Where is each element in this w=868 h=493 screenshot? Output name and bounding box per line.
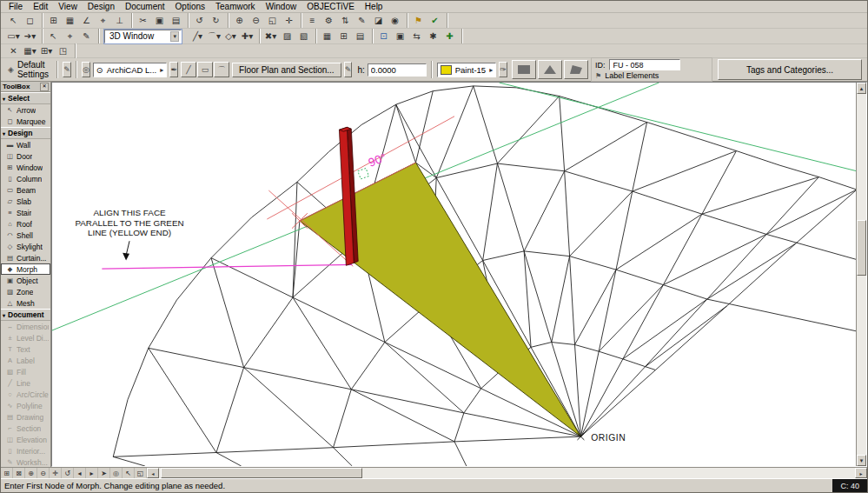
surface-selector[interactable]: Paint-15 ▸ <box>437 63 496 77</box>
shape-tool-icon[interactable]: ◇▾ <box>222 29 239 43</box>
scroll-left-icon[interactable]: ◂ <box>147 468 159 478</box>
height-input[interactable] <box>368 63 427 77</box>
tool-item[interactable]: ⌐Section <box>1 423 50 434</box>
edit-icon[interactable]: ✎ <box>78 29 95 43</box>
tool-item[interactable]: ◫Door <box>1 150 50 162</box>
tool-item[interactable]: ◻Marquee <box>1 116 50 127</box>
next-zoom-icon[interactable]: ▸ <box>86 468 98 478</box>
toolbox-section-select[interactable]: ▾Select <box>1 92 50 104</box>
geometry-line-button[interactable]: ╱ <box>181 62 196 77</box>
tool-item[interactable]: ↖Arrow <box>1 104 50 116</box>
floor-plan-display-button[interactable]: Floor Plan and Section... <box>232 63 341 77</box>
menu-item[interactable]: OBJECTiVE <box>301 2 360 11</box>
window-selector[interactable]: 3D Window ▾ <box>104 30 182 43</box>
snap-guides-icon[interactable]: ⌖ <box>95 13 111 28</box>
pencil-button[interactable]: ✎ <box>344 62 353 77</box>
subtract-icon[interactable]: ✖▾ <box>262 29 279 43</box>
morph-preview-button[interactable] <box>538 60 562 79</box>
menu-item[interactable]: Design <box>83 2 120 11</box>
grid-toggle-icon[interactable]: ▦▾ <box>22 43 38 58</box>
tool-item[interactable]: ▬Wall <box>1 139 50 150</box>
gravity-icon[interactable]: ⊥ <box>111 13 128 28</box>
vertical-scrollbar[interactable]: ▲ ▼ <box>856 83 866 466</box>
tool-item[interactable]: ↔Dimension <box>1 321 50 332</box>
tool-item[interactable]: ▨Zone <box>1 286 50 297</box>
pan-icon[interactable]: ✛ <box>50 468 62 478</box>
favorites-button[interactable]: ✎ <box>63 62 71 77</box>
cells-icon[interactable]: ⊞ <box>335 29 352 43</box>
tool-item[interactable]: ▯Column <box>1 173 50 184</box>
swap-icon[interactable]: ⇆ <box>408 29 425 43</box>
fit-view-icon[interactable]: ◱ <box>264 13 281 28</box>
menu-item[interactable]: Options <box>170 2 210 11</box>
tool-item[interactable]: ✎Worksh... <box>1 456 50 467</box>
tool-item[interactable]: ∿Polyline <box>1 400 50 411</box>
copy-icon[interactable]: ▣ <box>151 13 168 28</box>
menu-item[interactable]: Window <box>261 2 302 11</box>
pick-icon[interactable]: ↖ <box>45 29 62 43</box>
walk-mode-icon[interactable]: ➤ <box>98 468 110 478</box>
visibility-button[interactable]: ◎ <box>82 62 90 77</box>
tool-item[interactable]: ◇Skylight <box>1 241 50 252</box>
pan-icon[interactable]: ✛ <box>281 13 297 28</box>
box-3d-icon[interactable]: ⊡ <box>375 29 392 43</box>
vertical-scroll-track[interactable] <box>857 94 866 455</box>
tool-item[interactable]: ○Arc/Circle <box>1 389 50 400</box>
hatch-alt-icon[interactable]: ▧ <box>295 29 312 43</box>
tool-item[interactable]: ALabel <box>1 355 50 366</box>
tool-item[interactable]: ◠Shell <box>1 230 50 241</box>
tool-item[interactable]: ▧Fill <box>1 366 50 377</box>
cutaway-icon[interactable]: ◪ <box>370 13 387 28</box>
vertical-scroll-thumb[interactable] <box>857 220 866 276</box>
horizontal-scroll-track[interactable] <box>159 468 855 478</box>
tool-item[interactable]: ▤Curtain... <box>1 252 50 263</box>
paste-icon[interactable]: ▤ <box>168 13 184 28</box>
corner-view-icon[interactable]: ◳ <box>55 43 71 58</box>
tool-item[interactable]: ╱Line <box>1 377 50 389</box>
tool-item[interactable]: TText <box>1 343 50 355</box>
tool-item[interactable]: ▤Drawing <box>1 411 50 423</box>
tool-item[interactable]: ≡Stair <box>1 207 50 218</box>
scroll-down-icon[interactable]: ▼ <box>857 455 866 466</box>
zoom-options-icon[interactable]: ⊞ <box>1 468 13 478</box>
markup-icon[interactable]: ✎ <box>354 13 370 28</box>
panel-icon[interactable]: ▣ <box>392 29 408 43</box>
geometry-rect-button[interactable]: ▭ <box>197 62 213 77</box>
brush-button[interactable]: ✑ <box>499 62 507 77</box>
tool-item[interactable]: ▣Object <box>1 275 50 286</box>
geometry-arc-button[interactable]: ⌒ <box>214 62 229 77</box>
document-icon[interactable]: ▤ <box>352 29 368 43</box>
zoom-out-icon[interactable]: ⊖ <box>37 468 50 478</box>
flag-icon[interactable]: ⚑ <box>410 13 427 28</box>
close-icon[interactable]: ✕ <box>40 83 49 91</box>
menu-item[interactable]: View <box>53 2 83 11</box>
zoom-in-icon[interactable]: ⊕ <box>25 468 37 478</box>
menu-item[interactable]: Document <box>120 2 170 11</box>
previous-zoom-icon[interactable]: ◂ <box>74 468 86 478</box>
default-settings-button[interactable]: ◈ Default Settings <box>4 59 52 80</box>
check-icon[interactable]: ✔ <box>427 13 443 28</box>
tool-item[interactable]: ⌂Roof <box>1 218 50 230</box>
layout-icon[interactable]: ⊞▾ <box>38 43 55 58</box>
target-icon[interactable]: ⌖ <box>62 29 78 43</box>
tool-item[interactable]: ◫Elevation <box>1 434 50 445</box>
layers-icon[interactable]: ≡ <box>304 13 321 28</box>
selection-mode-icon[interactable]: ▭▾ <box>5 29 22 43</box>
line-tool-icon[interactable]: ╱▾ <box>189 29 206 43</box>
fit-in-window-icon[interactable]: ⊠ <box>13 468 25 478</box>
toolbox-section-document[interactable]: ▾Document <box>1 309 50 321</box>
id-value-field[interactable]: FU - 058 <box>609 59 680 70</box>
undo-icon[interactable]: ↺ <box>191 13 208 28</box>
teamwork-sync-icon[interactable]: ⇅ <box>337 13 354 28</box>
tool-item[interactable]: ◆Morph <box>1 263 50 275</box>
arrow-tool-icon[interactable]: ↖ <box>5 13 22 28</box>
go-icon[interactable]: ➔▾ <box>22 29 38 43</box>
zoom-window-icon[interactable]: ◱ <box>135 468 147 478</box>
pen-button[interactable]: ✒ <box>169 62 178 77</box>
settings-icon[interactable]: ⚙ <box>321 13 337 28</box>
morph-preview-button[interactable] <box>564 60 588 79</box>
tool-item[interactable]: ▱Slab <box>1 196 50 207</box>
tool-item[interactable]: ±Level Di... <box>1 332 50 343</box>
render-icon[interactable]: ◉ <box>387 13 403 28</box>
zoom-in-icon[interactable]: ⊕ <box>231 13 248 28</box>
